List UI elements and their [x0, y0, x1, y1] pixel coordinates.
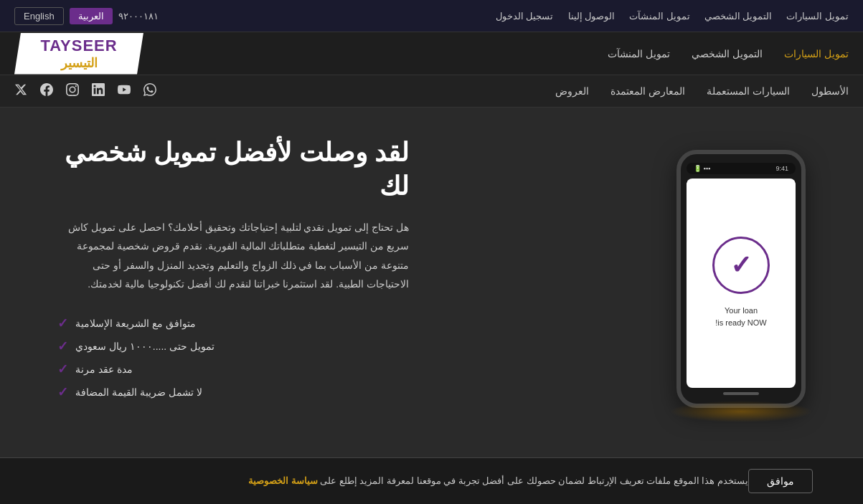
- feature-item-3: مدة عقد مرنة ✓: [57, 361, 409, 377]
- feature-text-3: مدة عقد مرنة: [75, 363, 133, 375]
- phone-glow: [669, 401, 813, 422]
- top-bar: تمويل السيارات التمويل الشخصي تمويل المن…: [0, 0, 863, 32]
- main-nav-links: تمويل السيارات التمويل الشخصي تمويل المن…: [608, 48, 849, 60]
- phone-number: ٩٢٠٠٠١٨١: [118, 11, 159, 22]
- feature-text-4: لا تشمل ضريبة القيمة المضافة: [75, 386, 202, 398]
- feature-item-2: تمويل حتى .....١٠٠٠ ريال سعودي ✓: [57, 338, 409, 354]
- cars-finance-link[interactable]: تمويل السيارات: [786, 11, 849, 22]
- feature-text-1: متوافق مع الشريعة الإسلامية: [75, 318, 196, 329]
- logo-text-en: TAYSEER: [40, 37, 117, 55]
- secondary-nav: الأسطول السيارات المستعملة المعارض المعت…: [0, 75, 863, 108]
- hero-title: لقد وصلت لأفضل تمويل شخصي لك: [57, 136, 409, 204]
- phone-checkmark-circle: ✓: [712, 237, 770, 294]
- offers-link[interactable]: العروض: [555, 85, 589, 97]
- fleet-link[interactable]: الأسطول: [811, 85, 849, 97]
- checkmark-icon: ✓: [730, 250, 752, 280]
- feature-text-2: تمويل حتى .....١٠٠٠ ريال سعودي: [75, 341, 214, 352]
- youtube-icon[interactable]: [118, 83, 131, 100]
- main-nav: تمويل السيارات التمويل الشخصي تمويل المن…: [0, 32, 863, 75]
- logo-area: TAYSEER التيسير: [14, 33, 143, 75]
- phone-device: 9:41 ▪▪▪ 🔋 ✓ Your loan is ready NOW!: [676, 150, 806, 408]
- logo-text-ar: التيسير: [61, 55, 98, 71]
- hero-section: 9:41 ▪▪▪ 🔋 ✓ Your loan is ready NOW! لقد…: [0, 108, 863, 450]
- phone-screen: ✓ Your loan is ready NOW!: [687, 179, 796, 388]
- phone-mockup: 9:41 ▪▪▪ 🔋 ✓ Your loan is ready NOW!: [676, 150, 806, 408]
- feature-check-4: ✓: [57, 384, 68, 400]
- facebook-icon[interactable]: [40, 83, 53, 100]
- features-list: متوافق مع الشريعة الإسلامية ✓ تمويل حتى …: [57, 315, 409, 400]
- top-nav-links: تمويل السيارات التمويل الشخصي تمويل المن…: [496, 11, 849, 22]
- cars-finance-nav[interactable]: تمويل السيارات: [784, 48, 849, 60]
- feature-item-4: لا تشمل ضريبة القيمة المضافة ✓: [57, 384, 409, 400]
- personal-finance-nav[interactable]: التمويل الشخصي: [692, 48, 763, 60]
- linkedin-icon[interactable]: [92, 83, 105, 100]
- enterprise-finance-nav[interactable]: تمويل المنشآت: [608, 48, 670, 60]
- login-link[interactable]: تسجيل الدخول: [496, 11, 554, 22]
- english-lang-button[interactable]: English: [14, 7, 64, 25]
- instagram-icon[interactable]: [66, 83, 79, 100]
- phone-home-bar: [723, 392, 759, 395]
- phone-loan-text: Your loan is ready NOW!: [715, 305, 767, 330]
- showrooms-link[interactable]: المعارض المعتمدة: [610, 85, 685, 97]
- cookie-accept-button[interactable]: موافق: [748, 469, 813, 493]
- phone-status-bar: 9:41 ▪▪▪ 🔋: [687, 163, 796, 174]
- cookie-text: يستخدم هذا الموقع ملفات تعريف الإرتباط ل…: [29, 474, 748, 489]
- personal-finance-link[interactable]: التمويل الشخصي: [704, 11, 773, 22]
- page-links: الأسطول السيارات المستعملة المعارض المعت…: [555, 85, 849, 97]
- whatsapp-icon[interactable]: [143, 83, 156, 100]
- arabic-lang-button[interactable]: العربية: [70, 8, 113, 24]
- privacy-policy-link[interactable]: سياسة الخصوصية: [248, 475, 318, 486]
- feature-check-1: ✓: [57, 315, 68, 331]
- cookie-banner: موافق يستخدم هذا الموقع ملفات تعريف الإر…: [0, 457, 863, 504]
- twitter-icon[interactable]: [14, 83, 27, 100]
- phone-time: 9:41: [775, 165, 788, 172]
- hero-description: هل تحتاج إلى تمويل نقدي لتلبية إحتياجاتك…: [57, 218, 409, 294]
- enterprise-finance-link[interactable]: تمويل المنشآت: [629, 11, 690, 22]
- top-bar-right: ٩٢٠٠٠١٨١ العربية English: [14, 7, 166, 25]
- feature-item-1: متوافق مع الشريعة الإسلامية ✓: [57, 315, 409, 331]
- social-icons: [14, 83, 156, 100]
- used-cars-link[interactable]: السيارات المستعملة: [707, 85, 790, 97]
- logo-box[interactable]: TAYSEER التيسير: [14, 33, 143, 75]
- feature-check-3: ✓: [57, 361, 68, 377]
- phone-icons: ▪▪▪ 🔋: [694, 165, 710, 172]
- contact-link[interactable]: الوصول إلينا: [568, 11, 616, 22]
- hero-content: لقد وصلت لأفضل تمويل شخصي لك هل تحتاج إل…: [57, 136, 452, 422]
- feature-check-2: ✓: [57, 338, 68, 354]
